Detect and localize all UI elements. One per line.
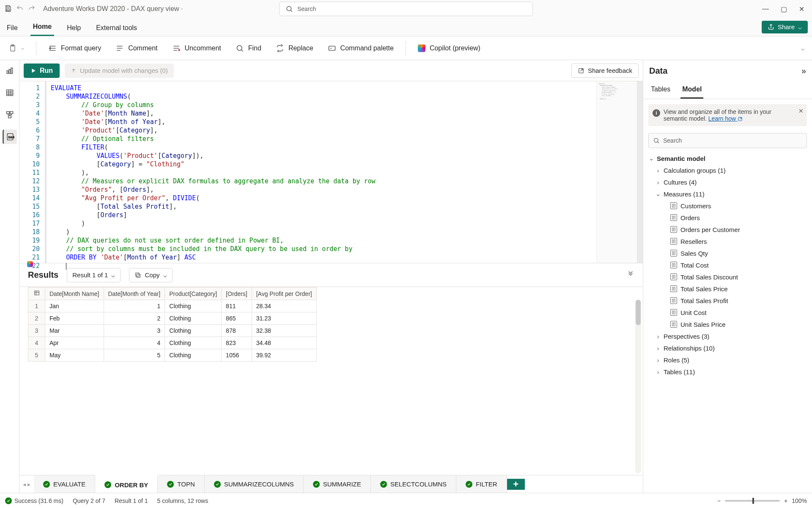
run-button[interactable]: Run bbox=[24, 64, 60, 78]
tab-prev-icon[interactable]: ◂ bbox=[23, 481, 26, 488]
tree-measure-item[interactable]: Customers bbox=[646, 200, 809, 212]
tree-calc-groups[interactable]: ›Calculation groups (1) bbox=[646, 164, 809, 176]
tree-perspectives[interactable]: ›Perspectives (3) bbox=[646, 330, 809, 342]
model-tree[interactable]: ⌄Semantic model›Calculation groups (1)›C… bbox=[643, 152, 812, 493]
format-query-button[interactable]: Format query bbox=[44, 41, 105, 55]
tab-help[interactable]: Help bbox=[64, 20, 83, 36]
tab-external-tools[interactable]: External tools bbox=[93, 20, 140, 36]
minimap[interactable]: EVALUATE SUMMARIZECOLUMNS( 'Date'[Month … bbox=[596, 81, 643, 263]
tree-measures[interactable]: ⌄Measures (11) bbox=[646, 188, 809, 200]
column-header[interactable]: Date[Month of Year] bbox=[104, 287, 165, 300]
table-view-button[interactable] bbox=[3, 86, 17, 100]
measure-icon bbox=[670, 226, 677, 233]
dismiss-info-icon[interactable]: ✕ bbox=[798, 108, 804, 114]
table-row[interactable]: 1Jan1Clothing81128.34 bbox=[28, 300, 317, 312]
table-row[interactable]: 4Apr4Clothing82334.48 bbox=[28, 337, 317, 349]
search-placeholder: Search bbox=[297, 6, 316, 12]
report-view-button[interactable] bbox=[3, 64, 17, 78]
tree-measure-item[interactable]: Total Sales Profit bbox=[646, 295, 809, 306]
measure-icon bbox=[670, 297, 677, 304]
column-header[interactable] bbox=[28, 287, 45, 300]
replace-icon bbox=[276, 44, 284, 52]
tree-measure-item[interactable]: Total Cost bbox=[646, 259, 809, 271]
measure-icon bbox=[670, 321, 677, 328]
status-shape: 5 columns, 12 rows bbox=[157, 497, 208, 504]
query-tab[interactable]: EVALUATE bbox=[34, 475, 95, 493]
tab-model[interactable]: Model bbox=[680, 81, 703, 99]
column-header[interactable]: [Orders] bbox=[222, 287, 252, 300]
scrollbar[interactable] bbox=[635, 300, 641, 473]
info-icon: i bbox=[653, 109, 660, 117]
tree-measure-item[interactable]: Resellers bbox=[646, 235, 809, 247]
comment-button[interactable]: Comment bbox=[111, 41, 162, 55]
dax-editor[interactable]: 12345678910111213141516171819202122 EVAL… bbox=[19, 81, 643, 263]
tree-tables[interactable]: ›Tables (11) bbox=[646, 366, 809, 378]
tree-measure-item[interactable]: Total Sales Price bbox=[646, 283, 809, 295]
chevron-down-icon: ⌵ bbox=[798, 23, 802, 31]
ribbon-tabs: File Home Help External tools Share ⌵ bbox=[0, 18, 812, 36]
tab-tables[interactable]: Tables bbox=[649, 81, 672, 99]
collapse-panel-icon[interactable]: » bbox=[801, 66, 806, 76]
code-content[interactable]: EVALUATE SUMMARIZECOLUMNS( // Group by c… bbox=[45, 81, 596, 263]
results-grid[interactable]: Date[Month Name]Date[Month of Year]Produ… bbox=[19, 287, 643, 475]
query-tab[interactable]: SUMMARIZE bbox=[304, 475, 371, 493]
column-header[interactable]: [Avg Profit per Order] bbox=[252, 287, 316, 300]
uncomment-button[interactable]: Uncomment bbox=[168, 41, 225, 55]
tree-measure-item[interactable]: Orders bbox=[646, 212, 809, 224]
update-model-button[interactable]: Update model with changes (0) bbox=[65, 64, 174, 78]
collapse-results-icon[interactable] bbox=[627, 271, 634, 279]
replace-button[interactable]: Replace bbox=[272, 41, 318, 55]
query-tab[interactable]: SUMMARIZECOLUMNS bbox=[205, 475, 304, 493]
tree-measure-item[interactable]: Unit Sales Price bbox=[646, 318, 809, 330]
svg-point-1 bbox=[287, 6, 291, 11]
global-search[interactable]: Search bbox=[279, 2, 533, 16]
table-row[interactable]: 3Mar3Clothing87832.38 bbox=[28, 325, 317, 337]
copilot-line-icon[interactable] bbox=[27, 261, 33, 267]
learn-how-link[interactable]: Learn how bbox=[708, 115, 743, 122]
ribbon-collapse-icon[interactable]: ⌵ bbox=[801, 45, 808, 52]
comment-icon bbox=[115, 44, 124, 52]
paste-button[interactable]: ⌵ bbox=[4, 41, 28, 55]
measure-icon bbox=[670, 238, 677, 245]
tree-roles[interactable]: ›Roles (5) bbox=[646, 354, 809, 366]
tree-root[interactable]: ⌄Semantic model bbox=[646, 152, 809, 164]
measure-icon bbox=[670, 202, 677, 209]
query-tab[interactable]: FILTER bbox=[456, 475, 507, 493]
model-search[interactable]: Search bbox=[648, 133, 807, 148]
undo-icon[interactable] bbox=[16, 5, 24, 14]
minimize-icon[interactable]: — bbox=[762, 5, 769, 13]
query-tab[interactable]: TOPN bbox=[158, 475, 204, 493]
query-tab[interactable]: SELECTCOLUMNS bbox=[371, 475, 456, 493]
zoom-in-icon[interactable]: + bbox=[784, 497, 787, 504]
tree-measure-item[interactable]: Sales Qty bbox=[646, 247, 809, 259]
tab-next-icon[interactable]: ▸ bbox=[27, 481, 30, 488]
column-header[interactable]: Date[Month Name] bbox=[45, 287, 104, 300]
tab-file[interactable]: File bbox=[4, 20, 20, 36]
zoom-out-icon[interactable]: − bbox=[717, 497, 721, 504]
add-query-tab[interactable]: + bbox=[507, 479, 525, 490]
copilot-button[interactable]: Copilot (preview) bbox=[414, 42, 485, 55]
tree-cultures[interactable]: ›Cultures (4) bbox=[646, 176, 809, 188]
tree-measure-item[interactable]: Total Sales Discount bbox=[646, 271, 809, 283]
zoom-slider[interactable] bbox=[725, 500, 780, 502]
dax-view-button[interactable]: DAX bbox=[3, 130, 17, 144]
table-row[interactable]: 5May5Clothing105639.92 bbox=[28, 349, 317, 362]
close-icon[interactable]: ✕ bbox=[799, 5, 804, 13]
tree-relationships[interactable]: ›Relationships (10) bbox=[646, 342, 809, 354]
share-button[interactable]: Share ⌵ bbox=[762, 21, 808, 33]
tree-measure-item[interactable]: Orders per Customer bbox=[646, 224, 809, 235]
model-view-button[interactable] bbox=[3, 108, 17, 122]
share-feedback-button[interactable]: Share feedback bbox=[571, 64, 639, 78]
redo-icon[interactable] bbox=[28, 5, 36, 14]
find-button[interactable]: Find bbox=[231, 41, 266, 55]
tab-home[interactable]: Home bbox=[30, 19, 54, 36]
copilot-icon bbox=[418, 44, 425, 52]
save-icon[interactable] bbox=[4, 5, 12, 14]
maximize-icon[interactable]: ▢ bbox=[781, 5, 787, 13]
table-row[interactable]: 2Feb2Clothing86531.23 bbox=[28, 312, 317, 325]
query-tab[interactable]: ORDER BY bbox=[95, 475, 158, 493]
column-header[interactable]: Product[Category] bbox=[165, 287, 222, 300]
clipboard-icon bbox=[8, 44, 17, 52]
tree-measure-item[interactable]: Unit Cost bbox=[646, 306, 809, 318]
command-palette-button[interactable]: Command palette bbox=[324, 41, 398, 55]
